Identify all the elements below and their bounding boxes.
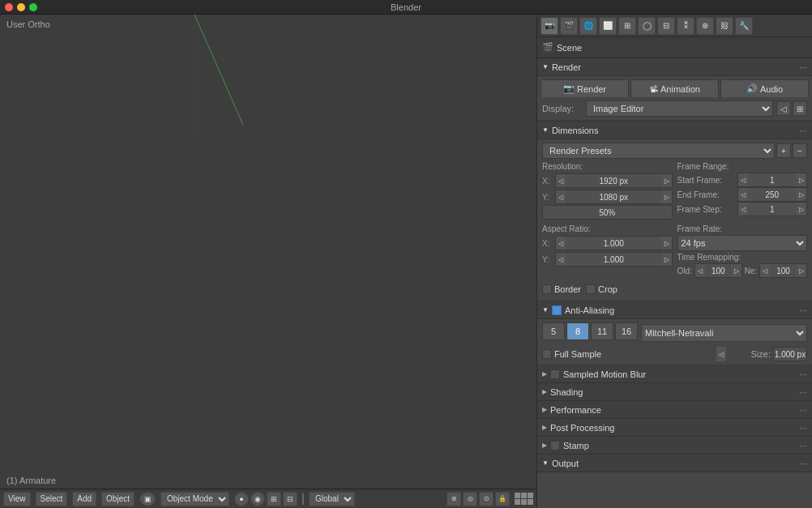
aspect-x-inc[interactable]: ▷ bbox=[662, 237, 672, 250]
output-dots-menu[interactable]: ··· bbox=[799, 458, 807, 469]
viewport-sphere-icon[interactable]: ● bbox=[234, 492, 249, 506]
res-y-dec[interactable]: ◁ bbox=[556, 190, 566, 203]
size-dec[interactable]: ◁ bbox=[716, 347, 726, 361]
maximize-button[interactable] bbox=[29, 3, 37, 11]
modifiers-icon[interactable]: 🔧 bbox=[735, 17, 753, 35]
output-section-label: Output bbox=[552, 459, 579, 468]
frame-step-dec[interactable]: ◁ bbox=[738, 203, 748, 216]
start-frame-dec[interactable]: ◁ bbox=[738, 173, 748, 186]
frame-step-label: Frame Step: bbox=[677, 205, 736, 214]
viewport-mode-select[interactable]: Object Mode bbox=[160, 492, 229, 506]
lock-icon[interactable]: 🔒 bbox=[495, 492, 510, 506]
start-frame-label: Start Frame: bbox=[677, 176, 736, 185]
shading-row[interactable]: ▶ Shading ··· bbox=[537, 383, 812, 401]
end-frame-dec[interactable]: ◁ bbox=[738, 188, 748, 201]
border-checkbox[interactable] bbox=[542, 284, 552, 294]
viewport-view-menu[interactable]: View bbox=[3, 492, 31, 506]
render-presets-select[interactable]: Render Presets bbox=[542, 143, 775, 159]
motion-blur-row[interactable]: ▶ Sampled Motion Blur ··· bbox=[537, 365, 812, 383]
tab-audio[interactable]: 🔊 Audio bbox=[720, 79, 809, 97]
dimensions-section-label: Dimensions bbox=[552, 126, 598, 135]
aspect-y-dec[interactable]: ◁ bbox=[556, 253, 566, 266]
preset-add-btn[interactable]: + bbox=[776, 143, 791, 158]
material-icon[interactable]: ◯ bbox=[638, 17, 656, 35]
resolution-y-row: Y: ◁ 1080 px ▷ bbox=[542, 189, 673, 205]
stamp-dots[interactable]: ··· bbox=[799, 440, 807, 451]
performance-triangle: ▶ bbox=[542, 406, 547, 413]
render-tab-icon: 📷 bbox=[563, 83, 575, 94]
proportion-icon[interactable]: ⊙ bbox=[479, 492, 494, 506]
render-section-header[interactable]: ▼ Render ··· bbox=[537, 58, 812, 76]
aspect-framerate-grid: Aspect Ratio: X: ◁ 1.000 ▷ Y: bbox=[542, 224, 807, 278]
aa-enabled-checkbox[interactable] bbox=[552, 305, 562, 315]
start-frame-inc[interactable]: ▷ bbox=[797, 173, 806, 186]
post-processing-row[interactable]: ▶ Post Processing ··· bbox=[537, 419, 812, 437]
object-icon[interactable]: ⬜ bbox=[599, 17, 617, 35]
motion-blur-dots[interactable]: ··· bbox=[799, 369, 807, 380]
aa-btn-16[interactable]: 16 bbox=[615, 322, 638, 340]
scene-icon[interactable]: 🎬 bbox=[560, 17, 578, 35]
texture-icon[interactable]: ⊟ bbox=[657, 17, 675, 35]
pivot-icon[interactable]: ◎ bbox=[463, 492, 477, 506]
motion-blur-checkbox[interactable] bbox=[550, 369, 560, 379]
aa-btn-11[interactable]: 11 bbox=[591, 322, 613, 340]
fps-select[interactable]: 24 fps bbox=[677, 235, 808, 251]
stamp-row[interactable]: ▶ Stamp ··· bbox=[537, 437, 812, 455]
viewport-object-menu[interactable]: Object bbox=[101, 492, 135, 506]
end-frame-inc[interactable]: ▷ bbox=[797, 188, 806, 201]
aspect-y-inc[interactable]: ▷ bbox=[662, 253, 672, 266]
stamp-checkbox[interactable] bbox=[550, 441, 560, 450]
minimize-button[interactable] bbox=[17, 3, 25, 11]
shading-dots[interactable]: ··· bbox=[799, 386, 807, 398]
viewport-grid-icon[interactable]: ⊞ bbox=[267, 492, 281, 506]
mesh-icon[interactable]: ⊞ bbox=[618, 17, 636, 35]
viewport-add-menu[interactable]: Add bbox=[72, 492, 96, 506]
ne-inc[interactable]: ▷ bbox=[797, 264, 806, 277]
aa-btn-5[interactable]: 5 bbox=[542, 322, 565, 340]
preset-remove-btn[interactable]: − bbox=[793, 143, 807, 158]
viewport-select-menu[interactable]: Select bbox=[36, 492, 68, 506]
res-x-dec[interactable]: ◁ bbox=[556, 174, 566, 187]
constraints-icon[interactable]: ⛓ bbox=[716, 17, 733, 35]
aa-filter-select[interactable]: Mitchell-Netravali bbox=[641, 324, 807, 342]
aa-btn-8[interactable]: 8 bbox=[566, 322, 589, 340]
viewport-layout-icon[interactable]: ⊟ bbox=[283, 492, 297, 506]
aspect-x-dec[interactable]: ◁ bbox=[556, 237, 566, 250]
particles-icon[interactable]: ⁑ bbox=[677, 17, 694, 35]
render-properties-icon[interactable]: 📷 bbox=[541, 17, 558, 35]
display-icon-right[interactable]: ⊞ bbox=[793, 101, 807, 116]
physics-icon[interactable]: ⊕ bbox=[696, 17, 714, 35]
performance-dots[interactable]: ··· bbox=[799, 404, 807, 416]
viewport-snap-icons: ⊛ ◎ ⊙ 🔒 bbox=[447, 492, 510, 506]
viewport-sphere2-icon[interactable]: ◉ bbox=[250, 492, 265, 506]
ne-dec[interactable]: ◁ bbox=[760, 264, 770, 277]
render-dots-menu[interactable]: ··· bbox=[799, 62, 807, 73]
aa-dots-menu[interactable]: ··· bbox=[799, 305, 807, 316]
res-x-inc[interactable]: ▷ bbox=[662, 174, 672, 187]
world-icon[interactable]: 🌐 bbox=[579, 17, 597, 35]
res-x-value: 1920 px bbox=[566, 177, 662, 186]
viewport-transform-select[interactable]: Global bbox=[309, 492, 355, 506]
display-select[interactable]: Image Editor bbox=[586, 100, 773, 117]
tab-animation[interactable]: 📽 Animation bbox=[630, 79, 719, 97]
close-button[interactable] bbox=[5, 3, 13, 11]
output-section-header[interactable]: ▼ Output ··· bbox=[537, 455, 812, 472]
render-tabs: 📷 Render 📽 Animation 🔊 Audio bbox=[537, 76, 812, 97]
framerate-col: Frame Rate: 24 fps Time Remapping: Old: … bbox=[677, 224, 808, 278]
tab-render[interactable]: 📷 Render bbox=[541, 79, 629, 97]
aa-section-header[interactable]: ▼ Anti-Aliasing ··· bbox=[537, 301, 812, 319]
res-y-inc[interactable]: ▷ bbox=[662, 190, 672, 203]
dimensions-dots-menu[interactable]: ··· bbox=[799, 125, 807, 136]
crop-checkbox[interactable] bbox=[586, 284, 596, 294]
performance-row[interactable]: ▶ Performance ··· bbox=[537, 401, 812, 419]
full-sample-checkbox[interactable] bbox=[542, 349, 552, 359]
post-processing-dots[interactable]: ··· bbox=[799, 422, 807, 433]
old-dec[interactable]: ◁ bbox=[695, 264, 705, 277]
old-inc[interactable]: ▷ bbox=[732, 264, 741, 277]
snap-icon[interactable]: ⊛ bbox=[447, 492, 461, 506]
dimensions-section-header[interactable]: ▼ Dimensions ··· bbox=[537, 122, 812, 139]
resolution-col: Resolution: X: ◁ 1920 px ▷ Y: bbox=[542, 162, 673, 221]
frame-step-inc[interactable]: ▷ bbox=[797, 203, 806, 216]
resolution-frame-grid: Resolution: X: ◁ 1920 px ▷ Y: bbox=[542, 162, 807, 221]
display-icon-left[interactable]: ◁ bbox=[776, 101, 791, 116]
